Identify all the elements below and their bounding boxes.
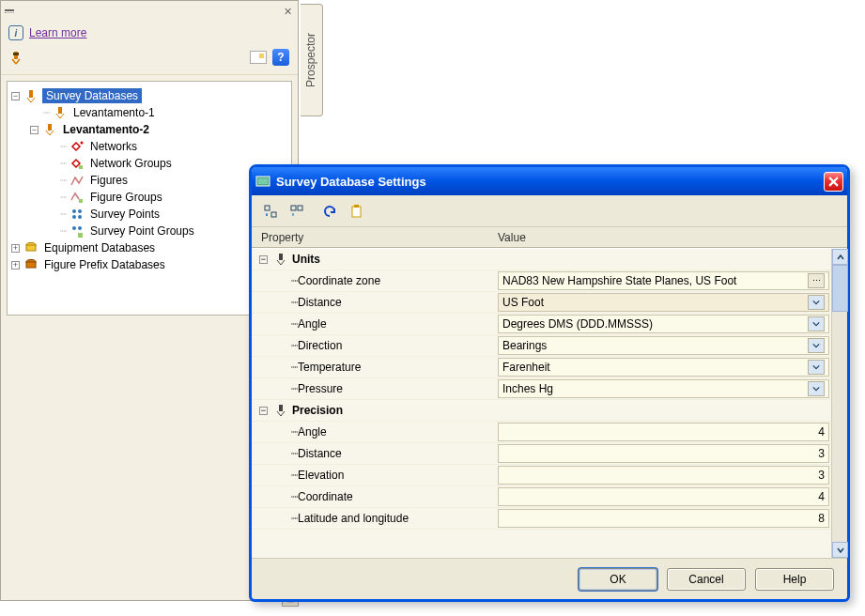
network-groups-icon (70, 156, 85, 171)
figure-groups-icon (70, 190, 85, 205)
prop-direction[interactable]: ┈Direction Bearings (252, 335, 831, 357)
prop-precision-elevation[interactable]: ┈Elevation 3 (252, 465, 831, 486)
svg-point-19 (78, 215, 82, 219)
help-icon[interactable]: ? (271, 48, 290, 67)
dropdown-button[interactable] (808, 295, 825, 310)
dialog-title: Survey Database Settings (276, 175, 426, 189)
svg-rect-15 (79, 199, 83, 203)
tree-item-survey-point-groups[interactable]: ┈ Survey Point Groups (11, 223, 287, 239)
property-grid-header: Property Value (252, 227, 847, 248)
prop-temperature[interactable]: ┈Temperature Farenheit (252, 357, 831, 378)
tree-label: Figure Prefix Databases (42, 257, 167, 272)
header-property[interactable]: Property (261, 231, 498, 244)
prop-precision-latlon[interactable]: ┈Latitude and longitude 8 (252, 508, 831, 530)
tree-item-figure-prefix-databases[interactable]: + Figure Prefix Databases (11, 256, 287, 273)
learn-more-link[interactable]: Learn more (29, 26, 86, 39)
group-units[interactable]: − Units (252, 249, 831, 270)
tree-item-networks[interactable]: ┈ Networks (11, 138, 287, 155)
expand-all-icon[interactable] (261, 202, 280, 221)
panel-close-icon[interactable]: ✕ (282, 6, 294, 18)
header-value[interactable]: Value (498, 231, 847, 244)
prop-precision-angle[interactable]: ┈Angle 4 (252, 422, 831, 443)
prop-pressure[interactable]: ┈Pressure Inches Hg (252, 378, 831, 400)
prop-value: 3 (818, 447, 825, 460)
dialog-close-button[interactable] (824, 172, 843, 192)
prop-precision-distance[interactable]: ┈Distance 3 (252, 443, 831, 465)
networks-icon (70, 139, 85, 154)
dialog-titlebar[interactable]: Survey Database Settings (252, 167, 847, 195)
scroll-thumb[interactable] (832, 265, 848, 312)
group-precision[interactable]: − Precision (252, 400, 831, 422)
save-icon[interactable] (249, 48, 268, 67)
svg-line-8 (56, 114, 60, 118)
survey-tool-icon[interactable] (8, 50, 23, 65)
svg-line-6 (31, 98, 35, 102)
collapse-grip-icon[interactable] (5, 9, 14, 13)
tree-label: Levantamento-2 (61, 122, 151, 137)
property-grid[interactable]: − Units ┈Coordinate zone NAD83 New Hamps… (252, 249, 831, 558)
svg-line-9 (60, 114, 64, 118)
db-item-icon (53, 105, 68, 120)
undo-icon[interactable] (321, 202, 340, 221)
cancel-button[interactable]: Cancel (667, 568, 746, 591)
prop-value: 3 (818, 469, 825, 482)
tree-label: Figure Groups (88, 190, 164, 205)
prop-coordinate-zone[interactable]: ┈Coordinate zone NAD83 New Hampshire Sta… (252, 270, 831, 292)
point-groups-icon (70, 223, 85, 239)
prospector-tab[interactable]: Prospector (301, 4, 323, 116)
svg-line-2 (16, 59, 20, 64)
svg-rect-31 (291, 206, 296, 210)
prop-label: Direction (298, 339, 342, 352)
db-item-icon (42, 122, 57, 137)
svg-line-37 (281, 260, 285, 265)
tree-item-survey-points[interactable]: ┈ Survey Points (11, 206, 287, 223)
dropdown-button[interactable] (808, 381, 825, 396)
prop-value: Bearings (502, 339, 808, 352)
tree-item-levantamento-2[interactable]: − Levantamento-2 (11, 121, 287, 138)
prop-value: NAD83 New Hampshire State Planes, US Foo… (502, 274, 808, 287)
prop-value: 8 (818, 512, 825, 525)
prop-distance[interactable]: ┈Distance US Foot (252, 292, 831, 314)
svg-rect-10 (48, 124, 52, 131)
tree-item-levantamento-1[interactable]: ┈ Levantamento-1 (11, 104, 287, 121)
svg-rect-34 (354, 205, 359, 208)
prop-label: Coordinate zone (298, 274, 380, 287)
help-button[interactable]: Help (755, 568, 834, 591)
svg-line-5 (27, 98, 31, 102)
side-tab-label: Prospector (305, 33, 318, 87)
tree-label: Networks (88, 139, 139, 154)
dialog-app-icon (255, 174, 270, 189)
paste-icon[interactable] (348, 202, 366, 221)
svg-point-17 (78, 209, 82, 213)
dropdown-button[interactable] (808, 316, 825, 331)
prop-label: Pressure (298, 382, 343, 395)
prop-angle[interactable]: ┈Angle Degrees DMS (DDD.MMSSS) (252, 314, 831, 335)
svg-rect-33 (352, 207, 361, 217)
prop-label: Latitude and longitude (298, 512, 409, 525)
tree-item-figure-groups[interactable]: ┈ Figure Groups (11, 189, 287, 206)
dialog-footer: OK Cancel Help (252, 558, 847, 599)
dropdown-button[interactable] (808, 360, 825, 375)
svg-rect-28 (258, 178, 268, 184)
tree-item-network-groups[interactable]: ┈ Network Groups (11, 155, 287, 172)
grid-scrollbar[interactable] (831, 249, 847, 558)
ok-button[interactable]: OK (579, 568, 657, 591)
svg-line-12 (50, 131, 54, 135)
prop-value: Inches Hg (502, 382, 808, 395)
scroll-down-icon[interactable] (832, 542, 848, 558)
dropdown-button[interactable] (808, 338, 825, 353)
collapse-all-icon[interactable] (287, 202, 306, 221)
tree-item-figures[interactable]: ┈ Figures (11, 172, 287, 189)
svg-point-21 (78, 226, 82, 230)
tree-item-equipment-databases[interactable]: + Equipment Databases (11, 239, 287, 256)
equipment-db-icon (23, 240, 39, 255)
scroll-up-icon[interactable] (832, 249, 848, 265)
tree-label: Survey Databases (42, 88, 142, 103)
svg-rect-29 (265, 206, 270, 210)
tree-label: Survey Points (88, 207, 162, 222)
prop-precision-coordinate[interactable]: ┈Coordinate 4 (252, 486, 831, 508)
prop-label: Temperature (298, 361, 361, 374)
browse-button[interactable]: ⋯ (808, 273, 825, 288)
svg-rect-38 (279, 405, 283, 411)
tree-root-survey-databases[interactable]: − Survey Databases (11, 87, 287, 104)
